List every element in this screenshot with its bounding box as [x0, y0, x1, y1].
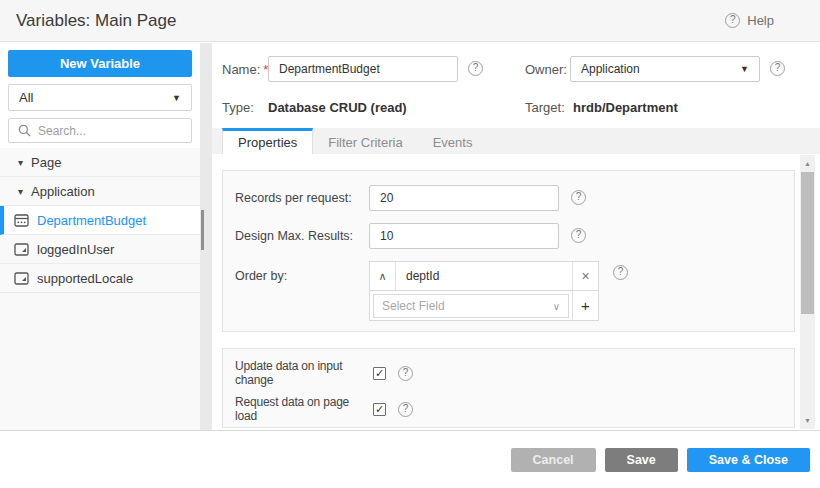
design-max-results-input[interactable]: [369, 223, 559, 249]
variables-sidebar: New Variable All ▼ ▾ Page ▾ Application: [0, 43, 200, 430]
variable-icon: [14, 243, 29, 256]
target-value: hrdb/Department: [573, 100, 678, 115]
triangle-down-icon: ▼: [172, 93, 181, 103]
new-variable-button[interactable]: New Variable: [8, 50, 192, 77]
type-label: Type:: [222, 100, 254, 115]
owner-select[interactable]: Application ▼: [570, 56, 760, 82]
scrollbar-thumb[interactable]: [801, 172, 814, 314]
request-on-page-load-label: Request data on page load: [235, 395, 373, 423]
tree-item-departmentbudget[interactable]: DepartmentBudget: [0, 206, 200, 235]
variable-filter-value: All: [19, 90, 33, 105]
check-icon: ✓: [375, 403, 384, 415]
crud-variable-icon: [14, 214, 29, 227]
type-value: Database CRUD (read): [268, 100, 407, 115]
tab-label: Properties: [238, 135, 297, 150]
tree-group-application[interactable]: ▾ Application: [0, 177, 200, 206]
sidebar-scrollbar-thumb[interactable]: [201, 210, 204, 250]
chevron-down-icon: ∨: [553, 301, 560, 312]
content-scrollbar[interactable]: ▲ ▼: [800, 155, 815, 429]
tab-properties[interactable]: Properties: [222, 128, 313, 154]
tree-item-supportedlocale[interactable]: supportedLocale: [0, 264, 200, 293]
tree-group-label: Application: [31, 184, 95, 199]
scroll-up-icon[interactable]: ▲: [800, 160, 815, 167]
request-on-page-load-row: Request data on page load ✓ ?: [235, 400, 413, 418]
request-on-page-load-checkbox[interactable]: ✓: [373, 403, 386, 416]
order-by-label: Order by:: [235, 269, 287, 283]
chevron-down-icon: ▾: [18, 186, 23, 197]
order-field-input[interactable]: [396, 262, 572, 290]
owner-value: Application: [581, 62, 640, 76]
tab-filter-criteria[interactable]: Filter Criteria: [313, 128, 417, 154]
behavior-settings-card: Update data on input change ✓ ? Request …: [222, 348, 795, 428]
check-icon: ✓: [375, 367, 384, 379]
help-label: Help: [747, 13, 774, 28]
tab-label: Filter Criteria: [328, 135, 402, 150]
panel-divider: [200, 43, 212, 430]
target-label: Target:: [525, 100, 565, 115]
tree-group-page[interactable]: ▾ Page: [0, 148, 200, 177]
variables-tree: ▾ Page ▾ Application DepartmentBudget lo…: [0, 148, 200, 293]
name-input[interactable]: [268, 56, 458, 82]
variable-filter-select[interactable]: All ▼: [8, 84, 192, 111]
page-title: Variables: Main Page: [16, 11, 176, 31]
pagination-settings-card: Records per request: ? Design Max. Resul…: [222, 170, 795, 332]
dialog-footer: Cancel Save Save & Close: [0, 430, 820, 488]
owner-label: Owner:: [525, 62, 567, 77]
tree-item-label: supportedLocale: [37, 271, 133, 286]
tab-events[interactable]: Events: [418, 128, 488, 154]
add-order-field-row: Select Field ∨ +: [369, 291, 599, 321]
add-order-field-button[interactable]: +: [572, 291, 598, 320]
select-field-wrap: Select Field ∨: [370, 291, 572, 320]
request-help-icon[interactable]: ?: [398, 402, 413, 417]
remove-order-field-button[interactable]: ×: [572, 262, 598, 290]
order-by-widget: ∧ × Select Field ∨ +: [369, 261, 599, 321]
sort-direction-toggle[interactable]: ∧: [370, 262, 396, 290]
scroll-down-icon[interactable]: ▼: [800, 417, 815, 424]
records-per-request-label: Records per request:: [235, 191, 352, 205]
records-help-icon[interactable]: ?: [571, 190, 586, 205]
update-on-input-change-row: Update data on input change ✓ ?: [235, 364, 413, 382]
name-help-icon[interactable]: ?: [468, 61, 483, 76]
dialog-header: Variables: Main Page ? Help: [0, 0, 820, 42]
tree-item-label: loggedInUser: [37, 242, 114, 257]
owner-help-icon[interactable]: ?: [770, 61, 785, 76]
save-button[interactable]: Save: [605, 448, 678, 472]
save-and-close-button[interactable]: Save & Close: [687, 448, 810, 472]
update-on-input-change-label: Update data on input change: [235, 359, 373, 387]
name-label-wrap: Name:*: [222, 62, 268, 77]
chevron-up-icon: ∧: [378, 270, 386, 283]
max-results-help-icon[interactable]: ?: [571, 228, 586, 243]
chevron-down-icon: ▾: [18, 157, 23, 168]
plus-icon: +: [581, 297, 590, 314]
variable-detail-panel: Name:* ? Owner:* Application ▼ ? Type: D…: [212, 43, 820, 430]
variable-search[interactable]: [8, 118, 192, 143]
name-label: Name:: [222, 62, 260, 77]
variable-icon: [14, 272, 29, 285]
order-by-row: ∧ ×: [369, 261, 599, 291]
tab-bar: Properties Filter Criteria Events: [212, 128, 820, 154]
update-on-input-change-checkbox[interactable]: ✓: [373, 367, 386, 380]
tree-group-label: Page: [31, 155, 61, 170]
search-input[interactable]: [38, 124, 178, 138]
search-icon: [17, 124, 32, 137]
order-by-help-icon[interactable]: ?: [613, 265, 628, 280]
tab-label: Events: [433, 135, 473, 150]
triangle-down-icon: ▼: [740, 64, 749, 74]
select-field-dropdown[interactable]: Select Field ∨: [373, 294, 569, 318]
help-icon: ?: [725, 13, 740, 28]
tree-item-label: DepartmentBudget: [37, 213, 146, 228]
tree-item-loggedinuser[interactable]: loggedInUser: [0, 235, 200, 264]
design-max-results-label: Design Max. Results:: [235, 229, 353, 243]
owner-label-wrap: Owner:*: [525, 62, 575, 77]
cancel-button[interactable]: Cancel: [511, 448, 596, 472]
properties-pane: Records per request: ? Design Max. Resul…: [212, 154, 820, 430]
help-button[interactable]: ? Help: [725, 13, 774, 28]
records-per-request-input[interactable]: [369, 185, 559, 211]
update-help-icon[interactable]: ?: [398, 366, 413, 381]
sidebar-empty-area: [0, 293, 200, 430]
select-field-placeholder: Select Field: [382, 299, 445, 313]
close-icon: ×: [581, 268, 589, 284]
